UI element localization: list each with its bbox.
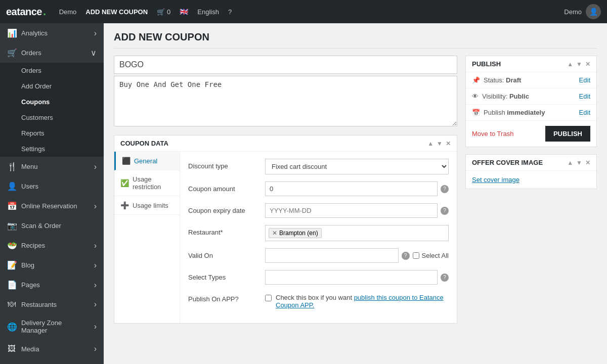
tab-usage-restriction[interactable]: ✅ Usage restriction (114, 170, 180, 196)
sidebar-item-coupons[interactable]: Coupons (0, 94, 104, 110)
coupon-tab-list: ⬛ General ✅ Usage restriction ➕ Usage li… (114, 152, 180, 323)
sidebar-item-contact[interactable]: ✉ Contact (0, 358, 104, 364)
offer-cover-up[interactable]: ▲ (567, 159, 573, 166)
restaurant-input-wrap: ✕ Brampton (en) (265, 225, 449, 241)
field-row-publish-app: Publish On APP? Check this box if you wa… (188, 292, 449, 309)
usage-restriction-icon: ✅ (120, 179, 129, 187)
visibility-icon: 👁 (472, 93, 479, 100)
logo-dot: . (43, 5, 46, 18)
publish-close[interactable]: ✕ (585, 61, 590, 68)
sidebar-item-settings[interactable]: Settings (0, 141, 104, 157)
coupon-tabs: ⬛ General ✅ Usage restriction ➕ Usage li… (114, 152, 457, 323)
sidebar-item-scan-order[interactable]: 📷 Scan & Order (0, 216, 104, 236)
move-to-trash-link[interactable]: Move to Trash (472, 130, 513, 138)
coupon-name-input[interactable] (114, 56, 457, 74)
sidebar-item-blog[interactable]: 📝 Blog (0, 255, 104, 275)
select-types-input[interactable] (265, 270, 438, 285)
set-cover-link[interactable]: Set cover image (466, 171, 596, 189)
tab-usage-limits[interactable]: ➕ Usage limits (114, 196, 180, 215)
restaurants-icon: 🍽 (7, 300, 16, 309)
language-label[interactable]: English (197, 8, 219, 16)
sidebar-label-orders: Orders (21, 49, 41, 57)
content-inner: ADD NEW COUPON Buy One And Get One Free … (104, 23, 607, 339)
publish-collapse-up[interactable]: ▲ (567, 61, 573, 68)
logo: eatance. (6, 5, 46, 18)
add-order-label: Add Order (21, 82, 52, 90)
publish-timing-edit-link[interactable]: Edit (579, 109, 590, 116)
valid-on-help[interactable]: ? (402, 252, 410, 260)
valid-on-input[interactable] (265, 248, 399, 263)
sidebar-item-media[interactable]: 🖼 Media (0, 339, 104, 358)
publish-button[interactable]: PUBLISH (545, 126, 590, 142)
publish-app-checkbox-wrap: Check this box if you want publish this … (265, 294, 449, 309)
usage-limits-icon: ➕ (120, 201, 129, 209)
collapse-up-icon[interactable]: ▲ (427, 140, 433, 147)
help-icon[interactable]: ? (228, 8, 232, 16)
offer-cover-down[interactable]: ▼ (576, 159, 582, 166)
reports-label: Reports (21, 129, 45, 137)
media-icon: 🖼 (7, 344, 16, 353)
discount-type-select[interactable]: Fixed cart discount Percentage discount … (265, 159, 449, 174)
coupon-data-title: COUPON DATA (120, 140, 168, 147)
sidebar-item-online-reservation[interactable]: 📅 Online Reservation (0, 196, 104, 216)
customers-label: Customers (21, 114, 53, 121)
coupon-desc-textarea[interactable]: Buy One And Get One Free (114, 76, 457, 126)
field-row-select-types: Select Types ? (188, 270, 449, 285)
select-types-help[interactable]: ? (441, 274, 449, 282)
publish-box: PUBLISH ▲ ▼ ✕ 📌 Status: Draft (465, 56, 597, 147)
publish-status-row: 📌 Status: Draft Edit (466, 72, 596, 88)
collapse-down-icon[interactable]: ▼ (437, 140, 443, 147)
expiry-help[interactable]: ? (441, 207, 449, 215)
sidebar-item-customers[interactable]: Customers (0, 110, 104, 125)
offer-cover-controls[interactable]: ▲ ▼ ✕ (567, 159, 590, 166)
publish-title: PUBLISH (472, 60, 501, 68)
close-box-icon[interactable]: ✕ (446, 140, 451, 147)
select-all-checkbox[interactable] (413, 252, 419, 259)
sidebar-item-users[interactable]: 👤 Users (0, 176, 104, 196)
coupon-data-controls[interactable]: ▲ ▼ ✕ (427, 140, 451, 147)
select-all-wrap: Select All (413, 252, 449, 259)
sidebar-item-restaurants[interactable]: 🍽 Restaurants (0, 295, 104, 314)
general-tab-label: General (134, 157, 157, 165)
calendar-icon: 📅 (472, 109, 480, 116)
coupon-amount-input[interactable] (265, 181, 438, 196)
sidebar-item-reports[interactable]: Reports (0, 125, 104, 141)
expiry-input[interactable] (265, 203, 438, 218)
coupon-amount-help[interactable]: ? (441, 185, 449, 193)
offer-cover-close[interactable]: ✕ (585, 159, 590, 166)
nav-demo[interactable]: Demo (59, 8, 77, 16)
top-nav: eatance. Demo ADD NEW COUPON 🛒 0 🇬🇧 Engl… (0, 0, 607, 23)
sidebar-item-orders[interactable]: 🛒 Orders ∨ (0, 43, 104, 63)
publish-timing-row: 📅 Publish immediately Edit (466, 105, 596, 121)
expiry-label: Coupon expiry date (188, 203, 259, 214)
orders-sub-label: Orders (21, 67, 41, 74)
discount-type-label: Discount type (188, 159, 259, 170)
sidebar-item-delivery-zone[interactable]: 🌐 Delivery Zone Manager (0, 314, 104, 339)
restaurant-tag-input[interactable]: ✕ Brampton (en) (265, 225, 449, 241)
avatar[interactable]: 👤 (586, 4, 601, 19)
cart-icon: 🛒 (157, 8, 165, 16)
offer-cover-box: OFFER COVER IMAGE ▲ ▼ ✕ Set cover image (465, 154, 597, 189)
valid-on-label: Valid On (188, 248, 259, 259)
status-label: 📌 Status: Draft (472, 76, 521, 84)
sidebar-item-menu[interactable]: 🍴 Menu (0, 157, 104, 176)
cart-icon-wrap[interactable]: 🛒 0 (157, 8, 170, 16)
tab-general[interactable]: ⬛ General (114, 152, 180, 170)
valid-on-input-wrap: ? Select All (265, 248, 449, 263)
sidebar-item-recipes[interactable]: 🥗 Recipes (0, 236, 104, 255)
blog-icon: 📝 (7, 260, 16, 270)
restaurant-tag: ✕ Brampton (en) (269, 228, 322, 238)
status-edit-link[interactable]: Edit (579, 76, 590, 84)
publish-app-checkbox[interactable] (265, 295, 272, 301)
publish-timing-text: Publish immediately (484, 109, 545, 116)
publish-controls[interactable]: ▲ ▼ ✕ (567, 61, 590, 68)
sidebar-item-analytics[interactable]: 📊 Analytics (0, 23, 104, 43)
tag-remove-icon[interactable]: ✕ (272, 230, 277, 237)
logo-text: eatance (6, 6, 42, 18)
sidebar-item-pages[interactable]: 📄 Pages (0, 275, 104, 295)
sidebar-item-orders-orders[interactable]: Orders (0, 63, 104, 78)
publish-collapse-down[interactable]: ▼ (576, 61, 582, 68)
user-label: Demo (564, 8, 582, 16)
visibility-edit-link[interactable]: Edit (579, 93, 590, 100)
sidebar-item-add-order[interactable]: Add Order (0, 78, 104, 94)
